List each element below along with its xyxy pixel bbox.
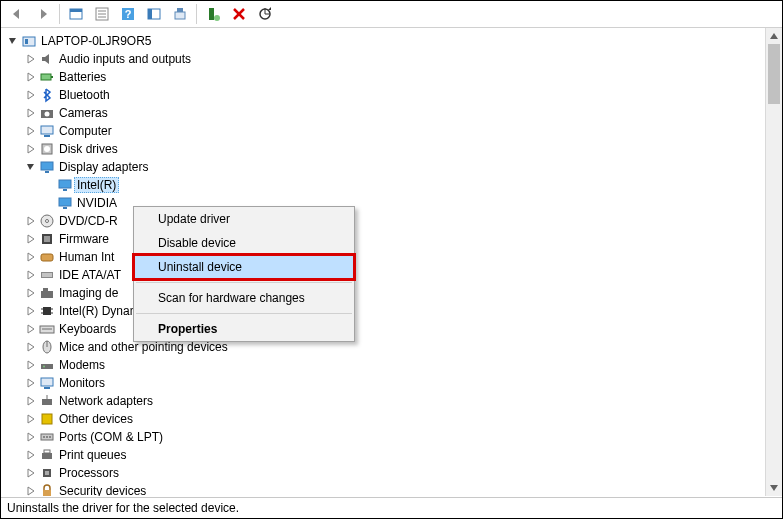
tree-label: Computer (59, 124, 112, 138)
category-chip[interactable]: Intel(R) Dynamic Platform and Thermal Fr… (1, 302, 766, 320)
category-dvd[interactable]: DVD/CD-R (1, 212, 766, 230)
tree-label: IDE ATA/AT (59, 268, 121, 282)
svg-point-34 (46, 220, 49, 223)
chevron-right-icon[interactable] (25, 233, 37, 245)
chevron-right-icon[interactable] (25, 377, 37, 389)
chevron-right-icon[interactable] (25, 305, 37, 317)
chevron-right-icon[interactable] (25, 53, 37, 65)
properties-button[interactable] (90, 2, 114, 26)
category-hid[interactable]: Human Int (1, 248, 766, 266)
device-intel-r-[interactable]: Intel(R) (1, 176, 766, 194)
dvd-icon (39, 213, 55, 229)
show-hidden-button[interactable] (64, 2, 88, 26)
chevron-right-icon[interactable] (25, 449, 37, 461)
category-cpu[interactable]: Processors (1, 464, 766, 482)
chevron-right-icon[interactable] (25, 125, 37, 137)
chevron-right-icon[interactable] (25, 89, 37, 101)
category-audio[interactable]: Audio inputs and outputs (1, 50, 766, 68)
category-other[interactable]: Other devices (1, 410, 766, 428)
svg-rect-9 (148, 9, 152, 19)
device-tree[interactable]: LAPTOP-0LJR9OR5Audio inputs and outputsB… (1, 28, 766, 496)
tree-label: Monitors (59, 376, 105, 390)
chevron-right-icon[interactable] (25, 323, 37, 335)
tree-label: Batteries (59, 70, 106, 84)
chevron-right-icon[interactable] (25, 269, 37, 281)
scroll-down-button[interactable] (766, 480, 782, 496)
tree-label: LAPTOP-0LJR9OR5 (41, 34, 152, 48)
toolbar: ? (1, 1, 782, 28)
context-menu-disable-device[interactable]: Disable device (134, 231, 354, 255)
category-display[interactable]: Display adapters (1, 158, 766, 176)
forward-button[interactable] (31, 2, 55, 26)
category-security[interactable]: Security devices (1, 482, 766, 496)
chevron-right-icon[interactable] (25, 359, 37, 371)
chevron-right-icon[interactable] (25, 287, 37, 299)
monitor-icon (39, 375, 55, 391)
uninstall-button[interactable] (227, 2, 251, 26)
chevron-right-icon[interactable] (25, 413, 37, 425)
scroll-thumb[interactable] (768, 44, 780, 104)
category-ports[interactable]: Ports (COM & LPT) (1, 428, 766, 446)
context-menu: Update driverDisable deviceUninstall dev… (133, 206, 355, 342)
context-menu-update-driver[interactable]: Update driver (134, 207, 354, 231)
vertical-scrollbar[interactable] (765, 28, 782, 496)
chevron-right-icon[interactable] (25, 215, 37, 227)
svg-rect-32 (63, 207, 67, 209)
category-computer[interactable]: Computer (1, 122, 766, 140)
context-menu-uninstall-device[interactable]: Uninstall device (134, 255, 354, 279)
svg-rect-10 (175, 12, 185, 19)
category-imaging[interactable]: Imaging de (1, 284, 766, 302)
view-button[interactable] (142, 2, 166, 26)
scan-button[interactable] (168, 2, 192, 26)
chevron-down-icon[interactable] (25, 161, 37, 173)
category-bluetooth[interactable]: Bluetooth (1, 86, 766, 104)
category-ide[interactable]: IDE ATA/AT (1, 266, 766, 284)
device-nvidia[interactable]: NVIDIA (1, 194, 766, 212)
scroll-up-button[interactable] (766, 28, 782, 44)
category-network[interactable]: Network adapters (1, 392, 766, 410)
category-modem[interactable]: Modems (1, 356, 766, 374)
chevron-right-icon[interactable] (25, 251, 37, 263)
tree-label: DVD/CD-R (59, 214, 118, 228)
category-printer[interactable]: Print queues (1, 446, 766, 464)
chevron-right-icon[interactable] (25, 485, 37, 496)
tree-label: Bluetooth (59, 88, 110, 102)
tree-label: Display adapters (59, 160, 148, 174)
root-node[interactable]: LAPTOP-0LJR9OR5 (1, 32, 766, 50)
context-menu-properties[interactable]: Properties (134, 317, 354, 341)
tree-label: Other devices (59, 412, 133, 426)
back-button[interactable] (5, 2, 29, 26)
chevron-right-icon[interactable] (25, 395, 37, 407)
other-icon (39, 411, 55, 427)
category-firmware[interactable]: Firmware (1, 230, 766, 248)
chevron-down-icon[interactable] (7, 35, 19, 47)
category-keyboard[interactable]: Keyboards (1, 320, 766, 338)
chevron-right-icon[interactable] (25, 143, 37, 155)
category-mouse[interactable]: Mice and other pointing devices (1, 338, 766, 356)
chevron-right-icon[interactable] (25, 107, 37, 119)
ports-icon (39, 429, 55, 445)
printer-icon (39, 447, 55, 463)
svg-rect-41 (41, 291, 53, 298)
category-disk[interactable]: Disk drives (1, 140, 766, 158)
svg-point-13 (214, 15, 220, 21)
chip-icon (39, 303, 55, 319)
chevron-right-icon[interactable] (25, 431, 37, 443)
chevron-right-icon[interactable] (25, 467, 37, 479)
svg-rect-66 (45, 471, 49, 475)
disk-icon (39, 141, 55, 157)
chevron-right-icon[interactable] (25, 341, 37, 353)
add-hardware-button[interactable] (201, 2, 225, 26)
tree-label: NVIDIA (77, 196, 117, 210)
tree-label: Print queues (59, 448, 126, 462)
update-driver-button[interactable] (253, 2, 277, 26)
category-battery[interactable]: Batteries (1, 68, 766, 86)
chevron-right-icon[interactable] (25, 71, 37, 83)
tree-label: Mice and other pointing devices (59, 340, 228, 354)
help-button[interactable]: ? (116, 2, 140, 26)
category-camera[interactable]: Cameras (1, 104, 766, 122)
category-monitor[interactable]: Monitors (1, 374, 766, 392)
audio-icon (39, 51, 55, 67)
svg-rect-12 (209, 8, 214, 20)
context-menu-scan-for-hardware-changes[interactable]: Scan for hardware changes (134, 286, 354, 310)
